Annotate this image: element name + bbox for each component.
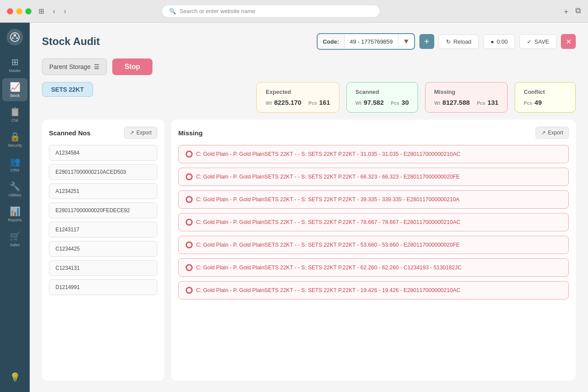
missing-title: Missing — [434, 89, 498, 95]
reload-label: Reload — [453, 38, 471, 45]
conflict-stat-card: Conflict Pcs 49 — [515, 82, 576, 113]
parent-storage-button[interactable]: Parent Storage ☰ — [42, 58, 107, 75]
page-header: Stock Audit Code: 49 - 1775769859 ▼ + ↻ … — [42, 33, 576, 50]
scanned-pcs-label: Pcs — [391, 100, 400, 106]
sidebar-label-crm: CRM — [10, 168, 20, 172]
scanned-wt-value: 97.582 — [364, 99, 384, 106]
missing-item-text: C: Gold Plain - P. Gold PlainSETS 22KT -… — [196, 265, 462, 271]
forward-button[interactable]: › — [62, 6, 68, 17]
app-logo — [6, 28, 24, 46]
missing-export-label: Export — [548, 130, 563, 136]
sidebar-item-stock[interactable]: 📈 Stock — [2, 78, 28, 101]
main-content: Stock Audit Code: 49 - 1775769859 ▼ + ↻ … — [30, 23, 588, 392]
code-add-button[interactable]: + — [419, 34, 434, 49]
missing-dot-icon — [186, 151, 193, 158]
time-label: 0:00 — [497, 38, 508, 45]
bulb-button[interactable]: 💡 — [5, 368, 25, 387]
scanned-pcs-value: 30 — [401, 99, 409, 106]
crm-icon: 👥 — [10, 156, 21, 167]
stats-row: Expected Wt 8225.170 Pcs 161 Scanned — [100, 82, 576, 113]
missing-dot-icon — [186, 173, 193, 180]
stop-button[interactable]: Stop — [112, 58, 152, 75]
missing-panel: Missing ↗ Export C: Gold Plain - P. Gold… — [171, 120, 576, 381]
missing-export-button[interactable]: ↗ Export — [536, 127, 569, 139]
stop-label: Stop — [125, 63, 140, 70]
close-window-button[interactable] — [7, 8, 13, 14]
code-dropdown-button[interactable]: ▼ — [398, 34, 414, 49]
maximize-window-button[interactable] — [25, 8, 31, 14]
scanned-nos-title: Scanned Nos — [49, 129, 90, 137]
security-icon: 🔒 — [10, 131, 21, 142]
missing-dot-icon — [186, 264, 193, 271]
chit-icon: 📋 — [10, 107, 21, 117]
close-button[interactable]: ✕ — [561, 34, 576, 49]
browser-actions: ＋ ⧉ — [562, 6, 581, 17]
conflict-pcs-label: Pcs — [524, 100, 533, 106]
missing-wt-label: Wt — [434, 100, 440, 106]
missing-item-text: C: Gold Plain - P. Gold PlainSETS 22KT -… — [196, 287, 460, 293]
svg-point-2 — [12, 37, 14, 39]
list-item: D1214991 — [49, 279, 157, 295]
code-value: 49 - 1775769859 — [345, 35, 398, 48]
sidebar: ⊞ Master 📈 Stock 📋 Chit 🔒 Security 👥 CRM… — [0, 23, 30, 392]
sidebar-toggle-button[interactable]: ⊞ — [37, 5, 46, 17]
list-item: C: Gold Plain - P. Gold PlainSETS 22KT -… — [178, 213, 569, 231]
scanned-stat-card: Scanned Wt 97.582 Pcs 30 — [346, 82, 418, 113]
svg-point-1 — [14, 34, 16, 37]
missing-item-text: C: Gold Plain - P. Gold PlainSETS 22KT -… — [196, 242, 460, 248]
missing-item-text: C: Gold Plain - P. Gold PlainSETS 22KT -… — [196, 196, 460, 203]
list-item: E1243117 — [49, 222, 157, 237]
sidebar-item-utilities[interactable]: 🔧 Utilities — [2, 178, 28, 201]
sidebar-label-utilities: Utilities — [8, 193, 21, 197]
checkmark-icon: ✓ — [527, 38, 532, 45]
save-button[interactable]: ✓ SAVE — [519, 34, 557, 49]
sales-icon: 🛒 — [10, 231, 21, 241]
list-item: C: Gold Plain - P. Gold PlainSETS 22KT -… — [178, 281, 569, 299]
sidebar-item-security[interactable]: 🔒 Security — [2, 128, 28, 151]
address-bar[interactable]: 🔍 Search or enter website name — [162, 5, 380, 17]
list-icon: ☰ — [94, 63, 100, 70]
conflict-pcs-value: 49 — [535, 99, 542, 106]
list-item: C: Gold Plain - P. Gold PlainSETS 22KT -… — [178, 236, 569, 254]
utilities-icon: 🔧 — [10, 181, 21, 192]
reload-button[interactable]: ↻ Reload — [439, 34, 479, 49]
sidebar-label-security: Security — [8, 143, 22, 148]
time-button[interactable]: ● 0:00 — [483, 34, 515, 49]
missing-item-text: C: Gold Plain - P. Gold PlainSETS 22KT -… — [196, 174, 460, 180]
sidebar-item-master[interactable]: ⊞ Master — [2, 53, 28, 76]
missing-dot-icon — [186, 241, 193, 248]
scanned-title: Scanned — [356, 89, 409, 95]
export-icon-missing: ↗ — [541, 130, 546, 136]
sidebar-item-reports[interactable]: 📊 Reports — [2, 203, 28, 226]
master-icon: ⊞ — [11, 57, 19, 67]
app-layout: ⊞ Master 📈 Stock 📋 Chit 🔒 Security 👥 CRM… — [0, 23, 588, 392]
list-item: C: Gold Plain - P. Gold PlainSETS 22KT -… — [178, 258, 569, 277]
svg-point-3 — [16, 37, 18, 39]
scanned-export-button[interactable]: ↗ Export — [124, 127, 157, 139]
list-item: A1234584 — [49, 145, 157, 161]
expected-wt-value: 8225.170 — [274, 99, 301, 106]
expected-wt-label: Wt — [266, 100, 272, 106]
sidebar-item-chit[interactable]: 📋 Chit — [2, 103, 28, 126]
expected-stat-card: Expected Wt 8225.170 Pcs 161 — [256, 82, 339, 113]
sidebar-item-crm[interactable]: 👥 CRM — [2, 153, 28, 176]
export-icon: ↗ — [130, 130, 134, 136]
list-item: C: Gold Plain - P. Gold PlainSETS 22KT -… — [178, 145, 569, 163]
missing-wt-value: 8127.588 — [443, 99, 470, 106]
missing-items-list: C: Gold Plain - P. Gold PlainSETS 22KT -… — [178, 145, 569, 299]
toolbar-left: Parent Storage ☰ Stop — [42, 58, 152, 75]
missing-dot-icon — [186, 287, 193, 294]
minimize-window-button[interactable] — [16, 8, 22, 14]
panels: Scanned Nos ↗ Export A1234584 E280117000… — [42, 120, 576, 381]
traffic-lights — [7, 8, 31, 14]
stock-icon: 📈 — [10, 82, 21, 92]
sidebar-label-sales: Sales — [10, 243, 20, 247]
search-icon: 🔍 — [169, 8, 176, 14]
code-selector: Code: 49 - 1775769859 ▼ — [317, 33, 415, 50]
sidebar-label-reports: Reports — [8, 218, 22, 222]
back-button[interactable]: ‹ — [51, 6, 57, 17]
new-tab-icon[interactable]: ＋ — [562, 6, 570, 17]
code-label: Code: — [318, 35, 345, 48]
sidebar-item-sales[interactable]: 🛒 Sales — [2, 227, 28, 251]
tabs-icon[interactable]: ⧉ — [575, 6, 581, 17]
